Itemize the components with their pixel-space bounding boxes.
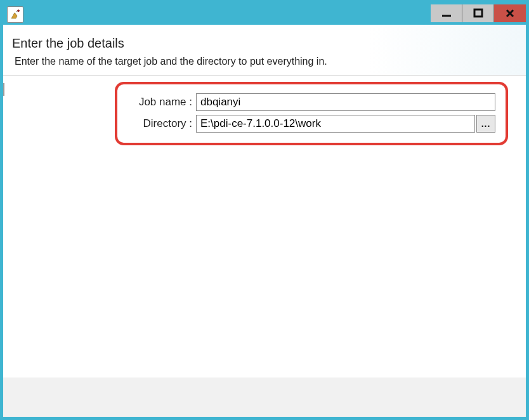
minimize-button[interactable] — [431, 4, 462, 22]
dialog-title: Enter the job details — [12, 36, 517, 51]
app-icon — [7, 6, 23, 23]
titlebar — [3, 3, 526, 25]
dialog-footer — [3, 377, 526, 417]
dialog-body: Job name : Directory : ... — [3, 75, 526, 377]
left-divider — [3, 83, 4, 96]
browse-button[interactable]: ... — [476, 115, 495, 133]
window-controls — [431, 4, 526, 22]
form-highlight-box: Job name : Directory : ... — [115, 82, 508, 145]
dialog-client: Enter the job details Enter the name of … — [3, 25, 526, 417]
svg-rect-2 — [474, 10, 482, 16]
dialog-subtitle: Enter the name of the target job and the… — [12, 56, 517, 67]
close-button[interactable] — [494, 4, 526, 22]
job-name-label: Job name : — [127, 96, 196, 108]
dialog-window: Enter the job details Enter the name of … — [0, 0, 529, 420]
job-name-row: Job name : — [127, 93, 495, 111]
maximize-button[interactable] — [462, 4, 494, 22]
dialog-header: Enter the job details Enter the name of … — [3, 25, 526, 75]
job-name-input[interactable] — [196, 93, 495, 111]
directory-row: Directory : ... — [127, 115, 495, 133]
directory-input[interactable] — [196, 115, 475, 133]
directory-label: Directory : — [127, 117, 196, 130]
